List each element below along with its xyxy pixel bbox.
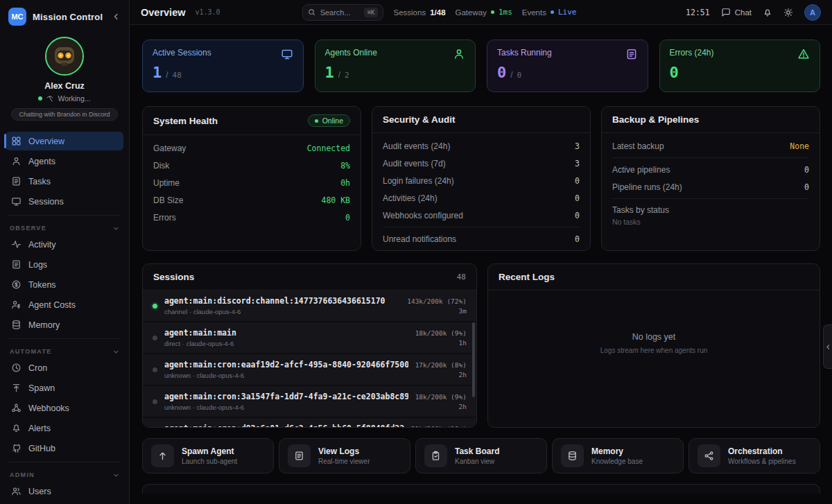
sidebar-item-label: Webhooks [28,403,69,413]
avatar[interactable] [45,37,84,76]
sessions-count-badge: 48 [457,272,466,281]
row-label: Unread notifications [383,234,456,244]
sidebar-item-label: Cron [28,363,47,373]
right-drawer-handle[interactable] [823,324,832,369]
session-age: 1h [415,339,467,347]
webhook-icon [11,403,21,413]
session-row[interactable]: agent:main:cron:d93e6a01-d6c2-4a56-bb60-… [143,418,476,428]
sidebar-item-users[interactable]: Users [6,482,123,501]
session-row[interactable]: agent:main:maindirect · claude-opus-4-6 … [143,322,476,353]
stat-card-active-sessions[interactable]: Active Sessions 1/48 [142,40,304,92]
health-row-errors: Errors0 [143,209,361,226]
notifications-button[interactable] [763,8,772,17]
user-avatar-button[interactable]: A [804,4,821,21]
search-input[interactable] [320,8,359,17]
stat-card-tasks-running[interactable]: Tasks Running 0/0 [487,40,648,92]
security-row-unread: Unread notifications0 [372,230,590,247]
sidebar-item-spawn[interactable]: Spawn [6,379,123,397]
row-value: 0 [804,182,809,192]
section-observe[interactable]: OBSERVE [0,220,129,234]
sessions-scrollbar[interactable] [472,322,475,397]
row-value: 3 [575,159,580,168]
section-automate[interactable]: AUTOMATE [0,343,129,357]
online-status-badge: Online [308,114,350,127]
action-spawn-agent[interactable]: Spawn AgentLaunch sub-agent [142,438,274,473]
stat-card-label: Tasks Running [497,48,552,58]
sidebar-item-tasks[interactable]: Tasks [6,172,123,191]
divider [8,462,121,462]
chat-button[interactable]: Chat [721,8,752,17]
action-task-board[interactable]: Task BoardKanban view [415,438,547,473]
clock-icon [11,363,21,373]
sidebar-item-memory[interactable]: Memory [6,315,123,334]
header-right-cluster: 12:51 Chat A [686,4,821,21]
sidebar-item-agents[interactable]: Agents [6,152,123,171]
sidebar-item-overview[interactable]: Overview [6,132,123,150]
session-row[interactable]: agent:main:discord:channel:1477376636436… [143,290,476,321]
session-meta: unknown · claude-opus-4-6 [164,403,408,411]
sidebar-item-agent-costs[interactable]: Agent Costs [6,295,123,314]
header-stat-gateway: Gateway 1ms [456,8,512,17]
stat-card-total: 48 [173,71,182,80]
stat-card-errors[interactable]: Errors (24h) 0 [659,40,821,92]
users-icon [11,486,21,496]
backup-row-latest: Latest backupNone [602,137,820,155]
person-icon [11,156,21,166]
sidebar-collapse-button[interactable] [112,12,121,21]
sidebar-item-sessions[interactable]: Sessions [6,192,123,211]
chevron-down-icon [113,472,119,478]
action-title: Spawn Agent [182,446,237,456]
session-name: agent:main:cron:eaaf19d2-afcf-495a-8840-… [164,360,408,370]
health-row-gateway: GatewayConnected [143,139,361,157]
sidebar-item-tokens[interactable]: Tokens [6,275,123,294]
action-title: Task Board [455,446,499,456]
sidebar-item-cron[interactable]: Cron [6,358,123,377]
profile-status-text: Working... [58,94,90,103]
sidebar-item-label: Spawn [28,383,55,393]
sidebar-item-webhooks[interactable]: Webhooks [6,399,123,417]
arrow-up-icon [151,444,174,467]
sidebar-item-github[interactable]: GitHub [6,439,123,458]
panel-title: System Health [153,116,218,126]
session-usage: 17k/200k (8%) [415,361,467,369]
clock: 12:51 [686,8,710,17]
panel-title: Recent Logs [499,272,555,282]
row-value: 480 KB [321,195,350,205]
warning-triangle-icon [797,48,810,60]
sidebar-item-alerts[interactable]: Alerts [6,419,123,437]
row-label: Activities (24h) [383,193,437,203]
main-area: Overview v1.3.0 ⌘K Sessions 1/48 Gateway… [130,0,832,504]
divider [612,198,809,199]
row-value: 0 [575,176,580,186]
sidebar-item-logs[interactable]: Logs [6,255,123,274]
system-health-panel: System Health Online GatewayConnected Di… [142,106,361,251]
chat-bubble-icon [721,8,731,17]
theme-toggle-button[interactable] [783,8,793,17]
search-box[interactable]: ⌘K [302,4,384,21]
health-row-disk: Disk8% [143,157,361,174]
panel-title: Sessions [153,272,194,282]
row-label: Uptime [153,178,180,188]
session-row[interactable]: agent:main:cron:eaaf19d2-afcf-495a-8840-… [143,354,476,385]
session-meta: unknown · claude-opus-4-6 [164,372,408,379]
session-age: 2h [415,371,467,379]
sidebar-item-label: Agent Costs [28,300,76,310]
session-row[interactable]: agent:main:cron:3a1547fa-1dd7-4fa9-a21c-… [143,386,476,417]
row-label: Errors [153,213,176,223]
section-admin[interactable]: ADMIN [0,467,129,480]
action-view-logs[interactable]: View LogsReal-time viewer [279,438,410,473]
action-orchestration[interactable]: OrchestrationWorkflows & pipelines [688,438,820,473]
quick-actions-row: Spawn AgentLaunch sub-agent View LogsRea… [142,438,820,473]
security-row: Audit events (24h)3 [372,137,590,155]
sidebar-item-label: Overview [28,137,64,146]
sidebar-item-activity[interactable]: Activity [6,235,123,254]
stat-card-agents-online[interactable]: Agents Online 1/2 [315,40,476,92]
session-name: agent:main:main [164,328,408,338]
stat-card-value: 0 [497,64,506,81]
action-memory[interactable]: MemoryKnowledge base [552,438,684,473]
chevron-left-icon [112,12,121,21]
tasks-empty-text: No tasks [602,216,820,227]
chat-label: Chat [735,8,752,17]
activity-pill: Chatting with Brandon in Discord [11,108,117,121]
pickaxe-icon [46,94,54,103]
